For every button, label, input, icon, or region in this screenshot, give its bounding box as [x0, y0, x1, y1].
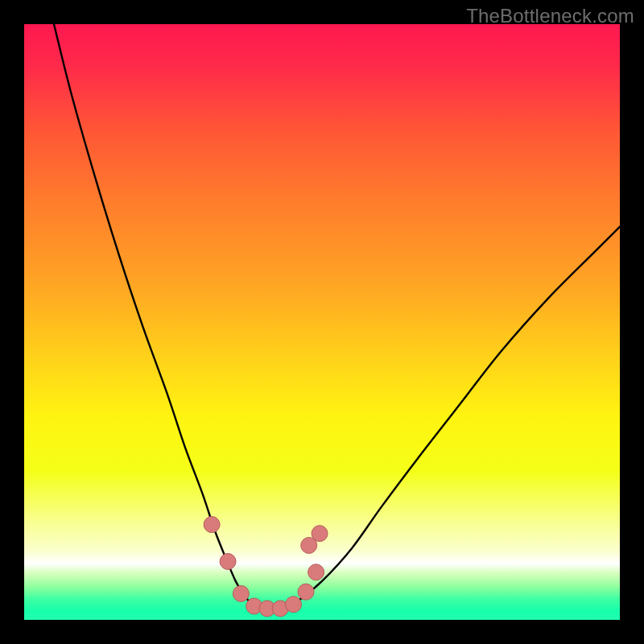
plot-area — [24, 24, 620, 620]
watermark-text: TheBottleneck.com — [466, 5, 634, 27]
data-marker — [312, 526, 328, 542]
data-marker — [285, 597, 301, 613]
data-marker — [298, 584, 314, 600]
data-marker — [220, 553, 236, 569]
bottleneck-curve — [54, 24, 620, 609]
marker-group — [204, 517, 328, 617]
chart-svg — [24, 24, 620, 620]
data-marker — [308, 564, 324, 580]
outer-frame: TheBottleneck.com — [0, 0, 644, 644]
data-marker — [204, 517, 220, 533]
data-marker — [233, 585, 249, 601]
